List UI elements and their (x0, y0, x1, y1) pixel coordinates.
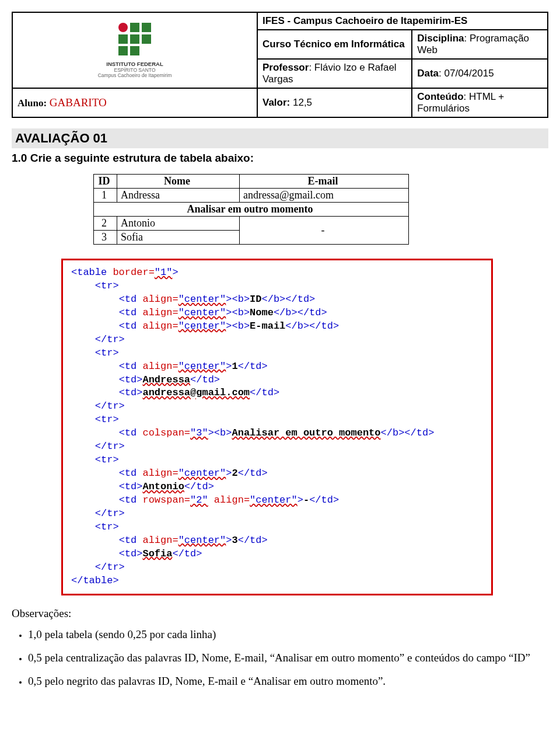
svg-rect-3 (130, 23, 139, 32)
svg-point-0 (118, 23, 128, 32)
col-nome-header: Nome (117, 175, 240, 189)
assessment-title: AVALIAÇÃO 01 (12, 128, 548, 148)
svg-rect-7 (142, 34, 151, 44)
observations-list: 1,0 pela tabela (sendo 0,25 por cada lin… (12, 626, 548, 691)
course-cell: Curso Técnico em Informática (257, 30, 412, 59)
professor-cell: Professor: Flávio Izo e Rafael Vargas (257, 59, 412, 88)
table-cell: Sofia (117, 231, 240, 245)
document-header: INSTITUTO FEDERAL ESPÍRITO SANTO Campus … (12, 12, 548, 118)
span-row: Analisar em outro momento (94, 203, 409, 217)
logo-caption: INSTITUTO FEDERAL ESPÍRITO SANTO Campus … (16, 61, 253, 78)
list-item: 0,5 pelo negrito das palavras ID, Nome, … (28, 673, 548, 690)
question-1-prompt: 1.0 Crie a seguinte estrutura de tabela … (12, 152, 548, 165)
ifes-logo-icon (117, 22, 152, 57)
col-email-header: E-mail (240, 175, 409, 189)
table-cell: 1 (94, 189, 117, 203)
table-cell: 3 (94, 231, 117, 245)
svg-rect-4 (130, 34, 139, 44)
list-item: 1,0 pela tabela (sendo 0,25 por cada lin… (28, 626, 548, 643)
svg-rect-1 (118, 34, 128, 44)
svg-rect-5 (130, 46, 139, 55)
sample-table: ID Nome E-mail 1 Andressa andressa@gmail… (93, 174, 409, 245)
svg-rect-6 (142, 23, 151, 32)
observations-heading: Observações: (12, 607, 548, 620)
value-cell: Valor: 12,5 (257, 88, 412, 117)
table-cell: 2 (94, 217, 117, 231)
table-cell: Andressa (117, 189, 240, 203)
student-cell: Aluno: GABARITO (12, 88, 257, 117)
content-cell: Conteúdo: HTML + Formulários (412, 88, 548, 117)
col-id-header: ID (94, 175, 117, 189)
institution-logo: INSTITUTO FEDERAL ESPÍRITO SANTO Campus … (12, 12, 257, 88)
table-cell: andressa@gmail.com (240, 189, 409, 203)
institution-name: IFES - Campus Cachoeiro de Itapemirim-ES (257, 12, 548, 30)
list-item: 0,5 pela centralização das palavras ID, … (28, 649, 548, 667)
date-cell: Data: 07/04/2015 (412, 59, 548, 88)
table-cell: - (240, 217, 409, 245)
svg-rect-2 (118, 46, 128, 55)
discipline-cell: Disciplina: Programação Web (412, 30, 548, 59)
answer-code-box: <table border="1"> <tr> <td align="cente… (61, 259, 493, 595)
table-cell: Antonio (117, 217, 240, 231)
